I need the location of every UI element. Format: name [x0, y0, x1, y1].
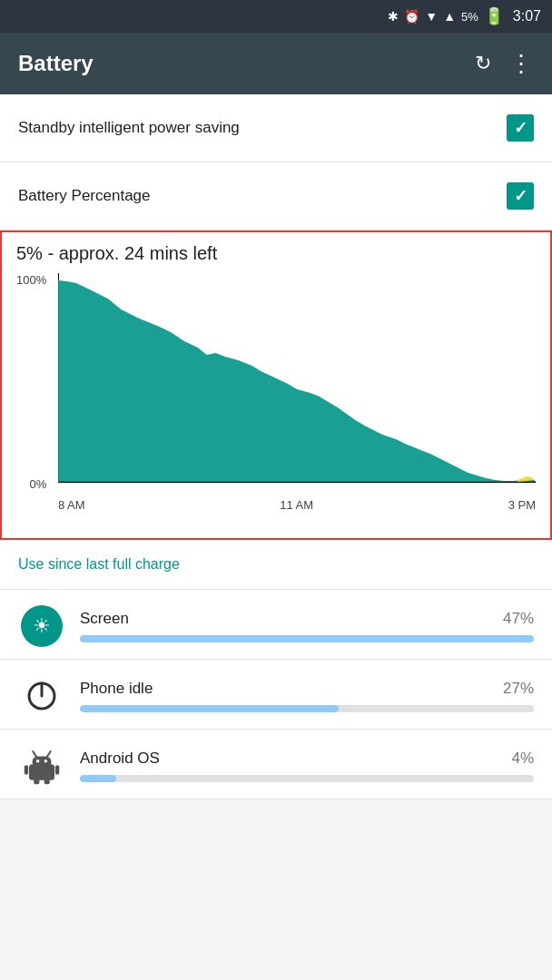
usage-item-screen[interactable]: ☀ Screen 47%: [0, 590, 552, 660]
svg-rect-12: [34, 779, 39, 784]
page-title: Battery: [18, 51, 475, 76]
app-bar-actions: ↻ ⋮: [475, 50, 534, 78]
status-time: 3:07: [513, 8, 541, 24]
phone-idle-icon-wrap: [18, 672, 65, 720]
battery-chart: 100% 0% 8 AM 11 AM 3 PM: [16, 273, 536, 527]
usage-list: ☀ Screen 47%: [0, 590, 552, 799]
brightness-icon: ☀: [33, 614, 51, 638]
battery-percentage-label: Battery Percentage: [18, 187, 151, 205]
phone-idle-percent: 27%: [503, 680, 534, 698]
android-os-name-row: Android OS 4%: [80, 750, 534, 768]
more-options-button[interactable]: ⋮: [509, 50, 534, 78]
app-bar: Battery ↻ ⋮: [0, 33, 552, 94]
svg-point-7: [44, 760, 48, 763]
screen-name-row: Screen 47%: [80, 610, 534, 628]
battery-chart-section: 5% - approx. 24 mins left 100% 0%: [0, 230, 552, 540]
chart-area: [58, 273, 536, 491]
android-icon-wrap: [18, 742, 65, 789]
svg-line-8: [33, 751, 36, 756]
chart-y-axis: 100% 0%: [16, 273, 52, 491]
phone-idle-bar-fill: [80, 705, 339, 712]
android-os-percent: 4%: [511, 750, 534, 768]
bluetooth-icon: ✱: [388, 9, 399, 24]
screen-bar-bg: [80, 635, 534, 642]
screen-icon-wrap: ☀: [18, 603, 65, 650]
phone-idle-label: Phone idle: [80, 680, 153, 698]
svg-rect-5: [33, 757, 52, 768]
screen-icon: ☀: [21, 605, 63, 647]
power-svg: [25, 679, 59, 713]
use-since-section[interactable]: Use since last full charge: [0, 540, 552, 590]
chart-y-bottom: 0%: [29, 477, 46, 491]
battery-percentage-checkbox[interactable]: [507, 182, 534, 210]
alarm-icon: ⏰: [404, 9, 419, 24]
chart-y-top: 100%: [16, 273, 46, 287]
screen-usage-info: Screen 47%: [80, 610, 534, 642]
android-os-bar-fill: [80, 775, 116, 782]
chart-x-11am: 11 AM: [280, 498, 313, 512]
svg-line-9: [47, 751, 51, 756]
battery-percentage-setting[interactable]: Battery Percentage: [0, 162, 552, 230]
screen-label: Screen: [80, 610, 129, 628]
svg-rect-11: [55, 765, 59, 775]
android-os-usage-info: Android OS 4%: [80, 750, 534, 782]
svg-point-6: [36, 760, 40, 763]
chart-x-labels: 8 AM 11 AM 3 PM: [58, 498, 536, 512]
svg-rect-13: [44, 779, 50, 784]
chart-x-8am: 8 AM: [58, 498, 85, 512]
phone-idle-name-row: Phone idle 27%: [80, 680, 534, 698]
chart-svg: [58, 273, 536, 491]
status-icons: ✱ ⏰ ▼ ▲ 5% 🔋 3:07: [388, 6, 541, 26]
standby-power-checkbox[interactable]: [507, 114, 534, 142]
android-os-label: Android OS: [80, 750, 160, 768]
standby-power-setting[interactable]: Standby intelligent power saving: [0, 94, 552, 162]
wifi-icon: ▼: [425, 9, 438, 24]
power-icon: [21, 675, 63, 717]
standby-power-label: Standby intelligent power saving: [18, 119, 240, 137]
screen-percent: 47%: [503, 610, 534, 628]
usage-item-android-os[interactable]: Android OS 4%: [0, 730, 552, 799]
android-icon: [23, 747, 61, 785]
battery-status-text: 5% - approx. 24 mins left: [16, 243, 536, 264]
battery-percent: 5%: [461, 10, 478, 24]
refresh-button[interactable]: ↻: [475, 52, 491, 75]
phone-idle-usage-info: Phone idle 27%: [80, 680, 534, 712]
chart-x-3pm: 3 PM: [508, 498, 536, 512]
android-os-bar-bg: [80, 775, 534, 782]
status-bar: ✱ ⏰ ▼ ▲ 5% 🔋 3:07: [0, 0, 552, 33]
svg-rect-10: [25, 765, 28, 775]
phone-idle-bar-bg: [80, 705, 534, 712]
use-since-link[interactable]: Use since last full charge: [18, 556, 180, 572]
battery-icon: 🔋: [484, 6, 504, 26]
screen-bar-fill: [80, 635, 534, 642]
signal-icon: ▲: [443, 9, 456, 24]
usage-item-phone-idle[interactable]: Phone idle 27%: [0, 660, 552, 730]
content: Standby intelligent power saving Battery…: [0, 94, 552, 799]
chart-fill-path: [58, 280, 536, 482]
